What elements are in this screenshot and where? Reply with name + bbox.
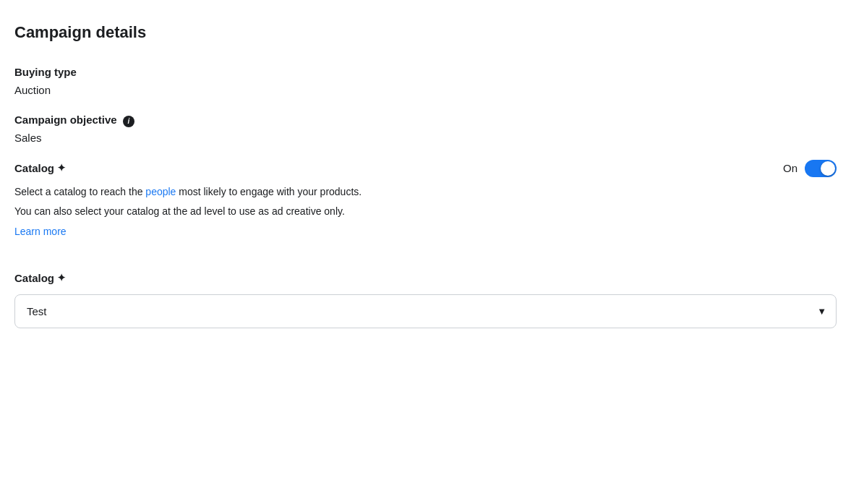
page-title: Campaign details xyxy=(14,22,837,44)
campaign-objective-label: Campaign objective i xyxy=(14,112,837,127)
buying-type-label: Buying type xyxy=(14,64,837,80)
learn-more-link[interactable]: Learn more xyxy=(14,225,67,239)
catalog-dropdown[interactable]: Test xyxy=(14,294,837,328)
toggle-on-label: On xyxy=(783,161,797,176)
toggle-track xyxy=(805,160,837,177)
catalog-toggle-row: Catalog ✦ On xyxy=(14,160,837,177)
buying-type-value: Auction xyxy=(14,82,837,98)
catalog-toggle-label: Catalog ✦ xyxy=(14,161,66,176)
catalog-select-sparkle-icon: ✦ xyxy=(57,271,66,286)
catalog-toggle-section: Catalog ✦ On Select a catalog to reach t… xyxy=(14,160,837,257)
buying-type-section: Buying type Auction xyxy=(14,64,837,98)
catalog-select-section: Catalog ✦ Test ▼ xyxy=(14,270,837,328)
catalog-description-line1: Select a catalog to reach the people mos… xyxy=(14,184,665,200)
catalog-description-line2: You can also select your catalog at the … xyxy=(14,204,665,219)
toggle-container: On xyxy=(783,160,837,177)
campaign-objective-value: Sales xyxy=(14,130,837,145)
toggle-thumb xyxy=(821,161,835,176)
catalog-dropdown-container: Test ▼ xyxy=(14,294,837,328)
catalog-sparkle-icon: ✦ xyxy=(57,161,66,176)
catalog-toggle-switch[interactable] xyxy=(805,160,837,177)
catalog-select-label: Catalog ✦ xyxy=(14,270,837,286)
campaign-objective-info-icon[interactable]: i xyxy=(123,116,134,127)
people-link[interactable]: people xyxy=(145,186,176,197)
campaign-objective-section: Campaign objective i Sales xyxy=(14,112,837,145)
